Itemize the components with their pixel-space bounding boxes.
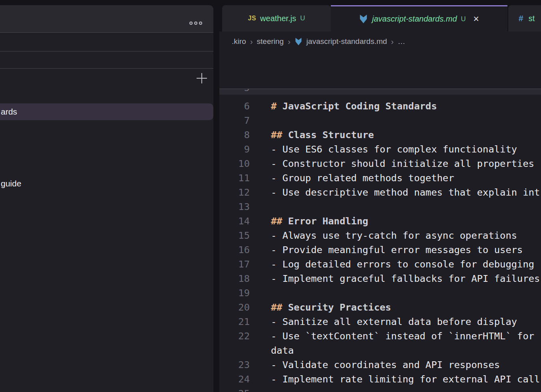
modified-badge: U: [461, 15, 466, 23]
code-line: 19: [219, 286, 541, 300]
line-text: ## Security Practices: [271, 300, 391, 315]
code-line: 18- Implement graceful fallbacks for API…: [219, 271, 541, 286]
code-line: 15- Always use try-catch for async opera…: [219, 228, 541, 243]
markdown-heading-hash: ##: [271, 216, 282, 227]
breadcrumb-file[interactable]: javascript-standards.md: [306, 37, 387, 46]
tab-title: weather.js: [260, 14, 296, 23]
tab-javascript-standards-md-active[interactable]: javascript-standards.md U ✕: [331, 5, 507, 32]
sidebar-item-label: ards: [0, 107, 17, 116]
markdown-heading-hash: ##: [271, 302, 282, 313]
line-number: 24: [219, 372, 250, 386]
line-text: - Provide meaningful error messages to u…: [271, 243, 523, 257]
breadcrumb-folder-kiro[interactable]: .kiro: [232, 37, 246, 46]
sidebar-header: [0, 5, 213, 33]
markdown-heading-text: JavaScript Coding Standards: [276, 101, 437, 112]
sidebar-item-label: guide: [1, 179, 21, 188]
editor-content[interactable]: .kiro › steering › javascript-standards.…: [219, 32, 541, 392]
dot: [189, 22, 193, 25]
line-text: - Use descriptive method names that expl…: [271, 185, 540, 200]
markdown-heading-text: Security Practices: [282, 302, 391, 313]
breadcrumb: .kiro › steering › javascript-standards.…: [232, 36, 405, 48]
line-number: 19: [219, 286, 250, 300]
line-text: ## Error Handling: [271, 214, 368, 228]
tab-title: javascript-standards.md: [372, 14, 457, 24]
markdown-heading-text: Class Structure: [282, 129, 374, 141]
chevron-right-icon: ›: [391, 37, 394, 46]
breadcrumb-folder-steering[interactable]: steering: [257, 37, 284, 46]
dot: [199, 22, 202, 25]
line-number: 11: [219, 171, 250, 185]
line-text: - Use ES6 classes for complex functional…: [271, 142, 517, 156]
editor-group: JS weather.js U javascript-standards.md …: [219, 0, 541, 392]
line-number: 18: [219, 271, 250, 286]
line-text: - Log detailed errors to console for deb…: [271, 257, 534, 271]
line-number: 12: [219, 185, 250, 200]
line-number: 21: [219, 315, 250, 329]
tab-partial[interactable]: # st: [508, 5, 541, 32]
line-number: 23: [219, 358, 250, 372]
modified-badge: U: [300, 14, 305, 22]
line-number: 25: [219, 386, 250, 392]
line-number: 13: [219, 200, 250, 214]
line-number: [219, 343, 250, 358]
line-text: # JavaScript Coding Standards: [271, 99, 437, 113]
code-line: 12- Use descriptive method names that ex…: [219, 185, 541, 200]
line-text: - Validate coordinates and API responses: [271, 358, 500, 372]
chevron-right-icon: ›: [288, 37, 290, 46]
code-line: data: [219, 343, 541, 358]
line-number: 20: [219, 300, 250, 315]
code-lines[interactable]: 6# JavaScript Coding Standards78## Class…: [219, 99, 541, 386]
markdown-arrow-icon: [294, 37, 302, 46]
line-text: - Group related methods together: [271, 171, 454, 185]
code-line: 13: [219, 200, 541, 214]
breadcrumb-ellipsis[interactable]: …: [398, 37, 405, 46]
code-line: 10- Constructor should initialize all pr…: [219, 156, 541, 171]
code-line: 7: [219, 113, 541, 128]
code-line: 21- Sanitize all external data before di…: [219, 315, 541, 329]
partial-line-5: 5: [219, 89, 541, 95]
line-number: 7: [219, 113, 250, 128]
markdown-heading-text: Error Handling: [282, 216, 368, 227]
line-number: 10: [219, 156, 250, 171]
line-text: - Implement rate limiting for external A…: [271, 372, 540, 386]
line-number: 14: [219, 214, 250, 228]
markdown-heading-hash: #: [271, 101, 276, 112]
tab-weather-js[interactable]: JS weather.js U: [222, 5, 331, 32]
markdown-arrow-icon: [359, 14, 368, 24]
sidebar-item-guide[interactable]: guide: [1, 178, 21, 189]
line-text: data: [271, 343, 294, 358]
line-text: - Use `textContent` instead of `innerHTM…: [271, 329, 534, 343]
close-tab-icon[interactable]: ✕: [473, 14, 479, 24]
code-line: 14## Error Handling: [219, 214, 541, 228]
sidebar-section-row[interactable]: [0, 33, 213, 51]
sidebar-section-row[interactable]: [0, 51, 213, 69]
code-line: 6# JavaScript Coding Standards: [219, 99, 541, 113]
line-number: 6: [219, 99, 250, 113]
code-line: 17- Log detailed errors to console for d…: [219, 257, 541, 271]
code-line: 22- Use `textContent` instead of `innerH…: [219, 329, 541, 343]
line-number: 17: [219, 257, 250, 271]
line-text: - Constructor should initialize all prop…: [271, 156, 534, 171]
line-number: 15: [219, 228, 250, 243]
add-button[interactable]: [196, 72, 208, 84]
markdown-heading-hash: ##: [271, 129, 282, 141]
line-number: 16: [219, 243, 250, 257]
dot: [194, 22, 197, 25]
line-number: 9: [219, 142, 250, 156]
code-line: 11- Group related methods together: [219, 171, 541, 185]
line-number: 5: [219, 89, 250, 95]
tab-title: st: [529, 14, 535, 23]
line-text: ## Class Structure: [271, 128, 374, 142]
code-line: 24- Implement rate limiting for external…: [219, 372, 541, 386]
sidebar-panel: ards guide: [0, 5, 213, 392]
partial-line-25: 25: [219, 386, 541, 392]
markdown-hash-icon: #: [519, 14, 523, 23]
javascript-file-icon: JS: [248, 15, 257, 22]
code-line: 8## Class Structure: [219, 128, 541, 142]
sidebar-item-standards-selected[interactable]: ards: [0, 103, 213, 120]
chevron-right-icon: ›: [250, 37, 253, 46]
line-text: - Sanitize all external data before disp…: [271, 315, 517, 329]
more-options-icon[interactable]: [189, 22, 202, 25]
plus-icon: [196, 72, 208, 84]
code-line: 16- Provide meaningful error messages to…: [219, 243, 541, 257]
